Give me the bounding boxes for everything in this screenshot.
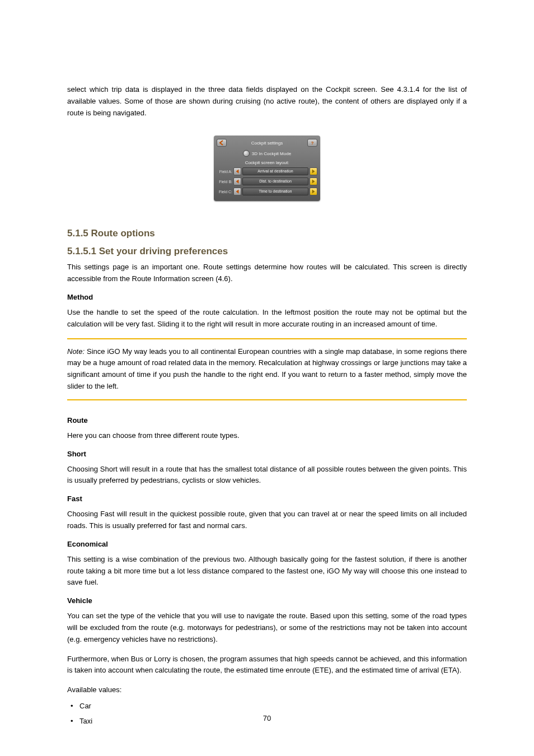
field-row-b: Field B: Dist. to destination bbox=[217, 178, 317, 185]
help-icon: ? bbox=[307, 139, 317, 147]
arrow-right-icon bbox=[310, 178, 317, 185]
economical-text: This setting is a wise combination of th… bbox=[67, 554, 467, 589]
arrow-left-icon bbox=[233, 167, 241, 175]
note-label: Note: bbox=[67, 347, 85, 356]
note-text: Since iGO My way leads you to all contin… bbox=[67, 347, 467, 390]
field-row-a: Field A: Arrival at destination bbox=[217, 167, 317, 175]
heading-driving-prefs: 5.1.5.1 Set your driving preferences bbox=[67, 244, 467, 257]
note-block: Note: Since iGO My way leads you to all … bbox=[67, 338, 467, 400]
driving-prefs-text: This settings page is an important one. … bbox=[67, 262, 467, 285]
arrow-right-icon bbox=[310, 167, 317, 175]
layout-label: Cockpit screen layout: bbox=[217, 160, 317, 165]
arrow-left-icon bbox=[233, 188, 241, 195]
arrow-right-icon bbox=[310, 188, 317, 195]
page-number: 70 bbox=[0, 714, 534, 722]
svg-text:?: ? bbox=[311, 141, 314, 146]
field-c-label: Field C: bbox=[217, 190, 232, 194]
list-item: Car bbox=[67, 701, 467, 712]
vehicle-intro: You can set the type of the vehicle that… bbox=[67, 610, 467, 645]
toggle-3d-icon bbox=[243, 150, 250, 157]
short-label: Short bbox=[67, 450, 467, 458]
cockpit-settings-screenshot: Cockpit settings ? 3D In Cockpit Mode Co… bbox=[214, 136, 320, 201]
intro-paragraph: select which trip data is displayed in t… bbox=[67, 84, 467, 119]
fast-text: Choosing Fast will result in the quickes… bbox=[67, 508, 467, 532]
field-a-label: Field A: bbox=[217, 170, 232, 174]
toggle-3d-label: 3D In Cockpit Mode bbox=[252, 151, 291, 156]
back-icon bbox=[217, 139, 227, 147]
field-c-value: Time to destination bbox=[242, 188, 308, 195]
route-intro: Here you can choose from three different… bbox=[67, 430, 467, 442]
field-a-value: Arrival at destination bbox=[242, 167, 308, 175]
route-label: Route bbox=[67, 416, 467, 424]
vehicle-extra: Furthermore, when Bus or Lorry is chosen… bbox=[67, 654, 467, 677]
fast-label: Fast bbox=[67, 494, 467, 503]
economical-label: Economical bbox=[67, 540, 467, 548]
method-text: Use the handle to set the speed of the r… bbox=[67, 307, 467, 330]
vehicle-list-intro: Available values: bbox=[67, 684, 467, 696]
field-row-c: Field C: Time to destination bbox=[217, 188, 317, 195]
vehicle-label: Vehicle bbox=[67, 596, 467, 605]
field-b-value: Dist. to destination bbox=[242, 178, 308, 185]
method-label: Method bbox=[67, 293, 467, 301]
heading-route-options: 5.1.5 Route options bbox=[67, 218, 467, 239]
screenshot-title: Cockpit settings bbox=[227, 141, 307, 146]
short-text: Choosing Short will result in a route th… bbox=[67, 464, 467, 487]
arrow-left-icon bbox=[233, 178, 241, 185]
field-b-label: Field B: bbox=[217, 180, 232, 184]
